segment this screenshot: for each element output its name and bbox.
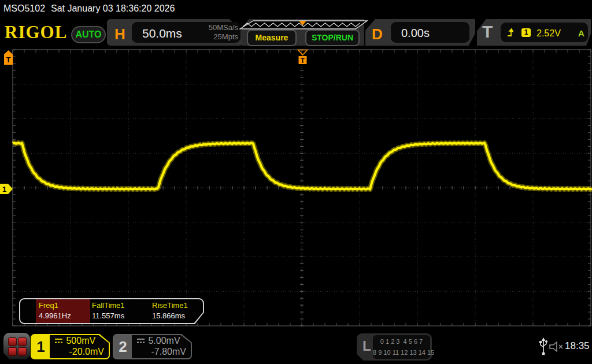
speaker-muted-icon[interactable] — [549, 340, 565, 354]
grid-icon — [8, 347, 17, 356]
channel1-offset: -20.0mV — [69, 347, 104, 357]
trigger-position-marker[interactable]: T — [297, 49, 309, 65]
digital-channel-list[interactable]: 0 1 2 3 4 5 6 7 8 9 10 11 12 13 14 15 — [373, 335, 430, 359]
channel1-marker-label: 1 — [2, 185, 6, 194]
trigger-position-letter: T — [301, 57, 305, 65]
grid-icon — [18, 347, 27, 356]
measurement-3-label[interactable]: RiseTime1 — [152, 301, 188, 310]
function-navigator-button[interactable] — [3, 333, 30, 359]
logic-analyzer-label: L — [362, 338, 371, 354]
channel2-number-tab[interactable]: 2 — [114, 335, 132, 358]
grid-icon — [8, 337, 17, 346]
oscilloscope-screen: MSO5102 Sat January 03 18:36:20 2026 RIG… — [0, 0, 592, 364]
grid-icon — [18, 337, 27, 346]
channel2-scale: 5.00mV — [148, 336, 180, 346]
measurement-2-value: 11.557ms — [92, 311, 124, 320]
channel1-scale: 500mV — [66, 336, 95, 346]
usb-icon — [539, 337, 548, 356]
clock-text: 18:35 — [565, 340, 590, 352]
channel2-status-box[interactable]: 2 5.00mV -7.80mV — [113, 334, 192, 359]
digital-row2: 8 9 10 11 12 13 14 15 — [373, 349, 434, 356]
channel1-status-box[interactable]: 1 500mV -20.0mV — [31, 334, 110, 359]
dc-coupling-icon — [54, 337, 64, 344]
measurement-3-value: 15.866ms — [152, 311, 185, 320]
channel2-offset: -7.80mV — [151, 347, 186, 357]
channel1-number-tab[interactable]: 1 — [32, 335, 50, 358]
measurement-2-label[interactable]: FallTime1 — [92, 301, 125, 310]
measurement-1-label[interactable]: Freq1 — [39, 301, 58, 310]
digital-row1: 0 1 2 3 4 5 6 7 — [380, 338, 423, 345]
dc-coupling-icon — [136, 337, 146, 344]
measurement-1-value: 4.9961Hz — [39, 311, 71, 320]
ch1-waveform-glow — [13, 143, 592, 189]
